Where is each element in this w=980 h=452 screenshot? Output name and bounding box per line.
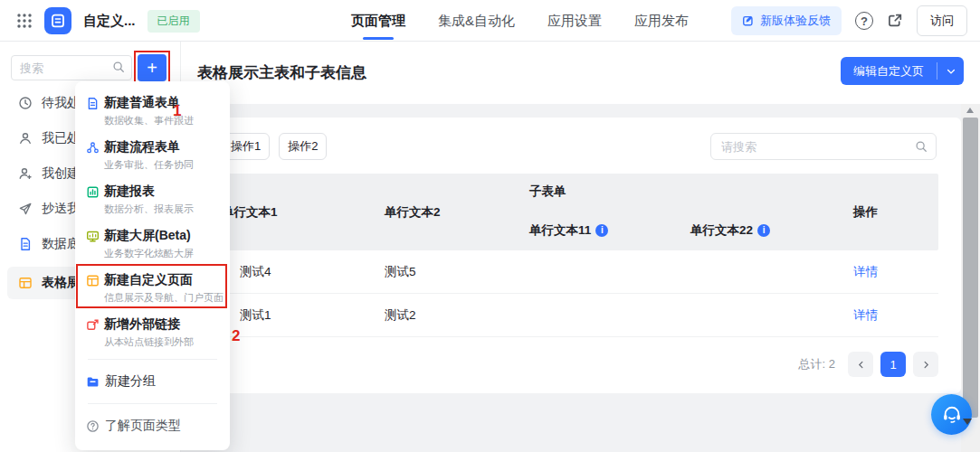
page-1-button[interactable]: 1 xyxy=(880,352,906,377)
info-icon[interactable]: i xyxy=(595,224,608,237)
menu-item-learn-page-types[interactable]: 了解页面类型 xyxy=(75,409,230,443)
detail-link[interactable]: 详情 xyxy=(853,264,878,280)
search-icon xyxy=(112,61,125,77)
sub-column-header: 单行文本22 i xyxy=(680,210,842,250)
collapse-widget-icon[interactable] xyxy=(963,419,972,425)
external-link-icon xyxy=(86,318,100,332)
menu-item-bigscreen[interactable]: 新建大屏(Beta) 业务数字化炫酷大屏 xyxy=(75,221,230,266)
tab-app-settings[interactable]: 应用设置 xyxy=(547,0,602,42)
user-plus-icon xyxy=(18,166,33,181)
column-header: 单行文本1 xyxy=(211,174,374,250)
table-search-input[interactable] xyxy=(710,133,937,160)
action-button-2[interactable]: 操作2 xyxy=(279,133,327,160)
menu-item-new-group[interactable]: 新建分组 xyxy=(75,364,230,399)
menu-item-report[interactable]: 新建报表 数据分析、报表展示 xyxy=(75,177,230,221)
user-icon xyxy=(18,131,33,146)
search-icon xyxy=(915,140,928,156)
next-page-button[interactable] xyxy=(913,352,938,377)
menu-item-external-link[interactable]: 新增外部链接 从本站点链接到外部 xyxy=(75,310,230,354)
question-icon xyxy=(86,419,100,433)
pagination: 总计: 2 1 xyxy=(799,352,938,377)
tab-app-publish[interactable]: 应用发布 xyxy=(634,0,689,42)
menu-item-normal-form[interactable]: 新建普通表单 数据收集、事件跟进 xyxy=(75,89,230,133)
column-header: 单行文本2 xyxy=(374,174,519,250)
headset-icon xyxy=(940,403,964,427)
tab-integration-automation[interactable]: 集成&自动化 xyxy=(438,0,515,42)
table-header: 单行文本1 单行文本2 子表单 单行文本11 i 单行文本22 i 操作 xyxy=(211,174,938,250)
status-badge: 已启用 xyxy=(147,10,200,33)
menu-divider xyxy=(88,359,217,360)
scroll-up-icon[interactable] xyxy=(966,108,974,113)
table-search xyxy=(710,133,937,160)
visit-button[interactable]: 访问 xyxy=(917,5,967,36)
table-row: 测试4 测试5 详情 xyxy=(211,250,938,294)
bigscreen-icon xyxy=(86,230,100,243)
annotation-step-1: 1 xyxy=(173,102,181,120)
app-title: 自定义... xyxy=(83,13,136,30)
annotation-step-2: 2 xyxy=(232,327,240,345)
chevron-down-icon[interactable] xyxy=(937,57,964,85)
table-card: 操作1 操作2 单行文本1 单行文本2 子表单 单行文本11 i 单行文本22 xyxy=(197,118,961,393)
page-header: 表格展示主表和子表信息 编辑自定义页 xyxy=(181,42,980,104)
send-icon xyxy=(18,202,33,216)
app-launcher-grid-icon[interactable] xyxy=(16,13,33,29)
page-title: 表格展示主表和子表信息 xyxy=(197,62,366,83)
open-external-icon[interactable] xyxy=(887,13,903,29)
menu-item-custom-page[interactable]: 新建自定义页面 信息展示及导航、门户页面 xyxy=(75,266,230,310)
app-logo xyxy=(44,7,71,34)
customer-service-button[interactable] xyxy=(931,394,972,435)
clock-icon xyxy=(18,96,33,110)
column-group-header: 子表单 xyxy=(519,174,842,210)
menu-divider xyxy=(88,403,217,404)
table-row: 测试1 测试2 详情 xyxy=(211,294,938,337)
create-menu-dropdown: 新建普通表单 数据收集、事件跟进 新建流程表单 业务审批、任务协同 新建报表 数… xyxy=(75,81,230,450)
tab-page-management[interactable]: 页面管理 xyxy=(351,0,405,42)
column-header: 操作 xyxy=(842,174,938,250)
main-content: 表格展示主表和子表信息 编辑自定义页 操作1 操作2 单行文本1 单行文本2 xyxy=(181,42,980,452)
feedback-edit-icon xyxy=(742,14,755,27)
table-icon xyxy=(18,276,33,290)
top-navbar: 自定义... 已启用 页面管理 集成&自动化 应用设置 应用发布 新版体验反馈 … xyxy=(0,0,980,42)
sub-column-header: 单行文本11 i xyxy=(519,210,680,250)
folder-icon xyxy=(86,375,100,389)
document-icon xyxy=(18,237,33,251)
detail-link[interactable]: 详情 xyxy=(853,307,878,324)
data-table: 单行文本1 单行文本2 子表单 单行文本11 i 单行文本22 i 操作 xyxy=(211,174,938,337)
flow-icon xyxy=(86,141,100,155)
form-icon xyxy=(86,97,100,110)
create-page-button[interactable]: + xyxy=(138,54,167,81)
report-icon xyxy=(86,185,100,199)
prev-page-button[interactable] xyxy=(848,352,873,377)
feedback-button[interactable]: 新版体验反馈 xyxy=(731,6,842,35)
pagination-total: 总计: 2 xyxy=(799,356,835,372)
menu-item-flow-form[interactable]: 新建流程表单 业务审批、任务协同 xyxy=(75,133,230,177)
info-icon[interactable]: i xyxy=(757,224,770,237)
custom-page-icon xyxy=(86,274,100,287)
nav-tabs: 页面管理 集成&自动化 应用设置 应用发布 xyxy=(351,0,689,42)
scrollbar-thumb[interactable] xyxy=(963,118,978,418)
help-icon[interactable]: ? xyxy=(855,12,873,30)
edit-custom-page-button[interactable]: 编辑自定义页 xyxy=(841,57,964,85)
